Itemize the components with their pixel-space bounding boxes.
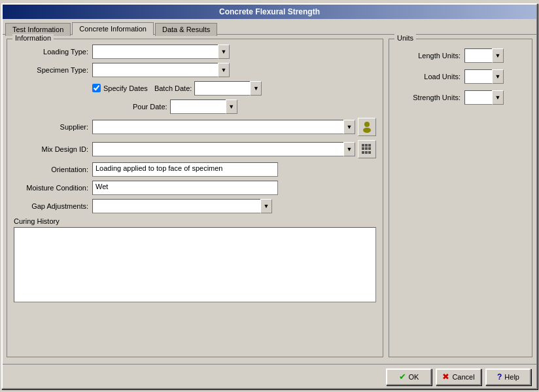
content-area: Information Loading Type: Third-Point ▼ … (3, 34, 536, 361)
pour-date-label: Pour Date: (133, 103, 167, 111)
mix-design-grid-btn[interactable] (358, 140, 376, 158)
mix-design-dropdown[interactable]: 2 ▼ (92, 142, 355, 156)
mix-design-row: Mix Design ID: 2 ▼ (14, 140, 376, 158)
cancel-label: Cancel (452, 373, 474, 381)
orientation-row: Orientation: Loading applied to top face… (14, 162, 376, 177)
specimen-type-input[interactable]: Sawed Beam (92, 63, 218, 77)
tab-concrete-information[interactable]: Concrete Information (72, 22, 154, 35)
batch-date-arrow[interactable]: ▼ (250, 81, 262, 96)
strength-label: Strength Units: (396, 94, 464, 101)
loading-type-label: Loading Type: (14, 48, 92, 56)
pour-date-dropdown[interactable]: 2/ 7/2018 ▼ (170, 99, 237, 114)
moisture-row: Moisture Condition: Wet (14, 181, 376, 195)
main-row: Information Loading Type: Third-Point ▼ … (7, 39, 532, 357)
window-title: Concrete Flexural Strength (219, 7, 320, 16)
length-input[interactable]: in (464, 48, 492, 63)
x-icon: ✖ (442, 372, 449, 382)
tab-data-results[interactable]: Data & Results (155, 23, 217, 36)
batch-date-label: Batch Date: (154, 84, 192, 92)
specimen-type-arrow[interactable]: ▼ (218, 63, 230, 77)
loading-type-arrow[interactable]: ▼ (218, 45, 230, 59)
mix-design-label: Mix Design ID: (14, 145, 92, 153)
batch-date-dropdown[interactable]: 2/ 6/2018 ▼ (194, 81, 262, 96)
supplier-row: Supplier: LaFarge ▼ (14, 118, 376, 136)
ok-button[interactable]: ✔ OK (386, 368, 432, 385)
length-dropdown[interactable]: in ▼ (464, 48, 504, 63)
pour-date-input[interactable]: 2/ 7/2018 (170, 99, 226, 114)
check-icon: ✔ (399, 372, 406, 382)
grid-icon (362, 144, 372, 154)
info-legend: Information (12, 34, 54, 42)
gap-input[interactable]: Grinding (92, 199, 260, 213)
gap-dropdown[interactable]: Grinding ▼ (92, 199, 272, 213)
moisture-label: Moisture Condition: (14, 184, 92, 192)
specify-dates-checkbox[interactable] (92, 84, 101, 92)
loading-type-row: Loading Type: Third-Point ▼ (14, 45, 376, 59)
load-label: Load Units: (396, 73, 464, 80)
load-unit-row: Load Units: lbf ▼ (396, 69, 525, 84)
gap-row: Gap Adjustments: Grinding ▼ (14, 199, 376, 213)
length-arrow[interactable]: ▼ (492, 48, 504, 63)
title-bar: Concrete Flexural Strength (3, 5, 536, 19)
loading-type-input[interactable]: Third-Point (92, 45, 218, 59)
units-panel: Units Length Units: in ▼ Load Units: lbf… (389, 39, 532, 357)
length-label: Length Units: (396, 52, 464, 60)
orientation-value: Loading applied to top face of specimen (92, 162, 278, 177)
supplier-input[interactable]: LaFarge (92, 120, 343, 134)
supplier-person-btn[interactable] (358, 118, 376, 136)
pour-date-arrow[interactable]: ▼ (226, 99, 237, 114)
tab-bar: Test Information Concrete Information Da… (3, 19, 536, 35)
specify-dates-label[interactable]: Specify Dates (92, 84, 148, 92)
strength-input[interactable]: psi (464, 90, 492, 105)
units-legend: Units (394, 34, 416, 42)
load-input[interactable]: lbf (464, 69, 492, 84)
curing-textarea[interactable] (14, 227, 376, 302)
help-button[interactable]: ? Help (485, 368, 531, 385)
ok-label: OK (409, 373, 419, 381)
mix-design-arrow[interactable]: ▼ (343, 142, 355, 156)
supplier-label: Supplier: (14, 123, 92, 131)
curing-section: Curing History (14, 217, 376, 304)
supplier-dropdown[interactable]: LaFarge ▼ (92, 120, 355, 134)
supplier-arrow[interactable]: ▼ (343, 120, 355, 134)
gap-arrow[interactable]: ▼ (260, 199, 272, 213)
strength-arrow[interactable]: ▼ (492, 90, 504, 105)
footer: ✔ OK ✖ Cancel ? Help (3, 364, 536, 388)
svg-point-1 (363, 128, 371, 133)
specimen-type-label: Specimen Type: (14, 66, 92, 74)
mix-design-input[interactable]: 2 (92, 142, 343, 156)
svg-point-0 (364, 122, 370, 127)
load-arrow[interactable]: ▼ (492, 69, 504, 84)
length-unit-row: Length Units: in ▼ (396, 48, 525, 63)
pour-date-row: Pour Date: 2/ 7/2018 ▼ (14, 99, 376, 114)
person-icon (362, 121, 372, 133)
specify-dates-row: Specify Dates Batch Date: 2/ 6/2018 ▼ (14, 81, 376, 96)
strength-unit-row: Strength Units: psi ▼ (396, 90, 525, 105)
specimen-type-row: Specimen Type: Sawed Beam ▼ (14, 63, 376, 77)
info-panel: Information Loading Type: Third-Point ▼ … (7, 39, 383, 357)
batch-date-input[interactable]: 2/ 6/2018 (194, 81, 250, 96)
load-dropdown[interactable]: lbf ▼ (464, 69, 504, 84)
main-window: Concrete Flexural Strength Test Informat… (1, 3, 538, 389)
moisture-value: Wet (92, 181, 278, 195)
help-label: Help (504, 373, 519, 381)
curing-label: Curing History (14, 217, 376, 225)
gap-label: Gap Adjustments: (14, 202, 92, 210)
specimen-type-dropdown[interactable]: Sawed Beam ▼ (92, 63, 230, 77)
loading-type-dropdown[interactable]: Third-Point ▼ (92, 45, 230, 59)
strength-dropdown[interactable]: psi ▼ (464, 90, 504, 105)
cancel-button[interactable]: ✖ Cancel (436, 368, 481, 385)
question-icon: ? (497, 372, 502, 382)
orientation-label: Orientation: (14, 166, 92, 173)
